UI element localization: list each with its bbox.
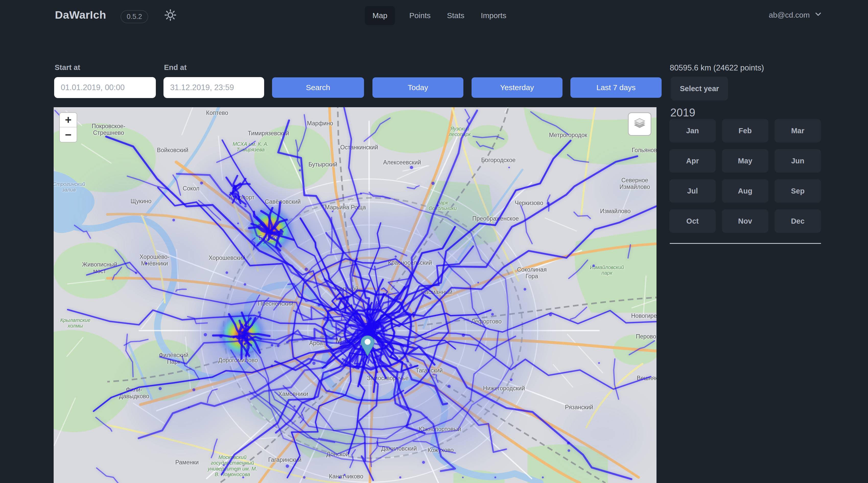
map-label: Хорошевский xyxy=(209,255,246,261)
map-label: Кожухово xyxy=(428,447,454,454)
map-canvas[interactable]: Коптево Покровское-Стрешнево Тимирязевск… xyxy=(54,107,656,483)
map-label: Лефортово xyxy=(471,318,502,325)
current-position-marker[interactable] xyxy=(360,335,375,356)
map-label: Щукино xyxy=(130,198,152,205)
map-zoom-control: + − xyxy=(59,112,77,142)
map-label: Хамовники xyxy=(278,391,308,397)
map-label: Вешняки xyxy=(637,375,656,382)
month-button-apr[interactable]: Apr xyxy=(669,149,716,172)
start-date-input[interactable] xyxy=(54,77,156,98)
map-label: Филёвский Парк xyxy=(156,352,192,365)
month-button-sep[interactable]: Sep xyxy=(775,179,821,203)
month-button-feb[interactable]: Feb xyxy=(722,119,768,142)
map-label: Раменки xyxy=(175,459,199,466)
map-label: Гагаринский xyxy=(268,457,302,463)
map-label: парк Сокольники xyxy=(424,200,462,212)
zoom-out-button[interactable]: − xyxy=(60,127,76,142)
distance-stats: 80595.6 km (24622 points) xyxy=(670,63,764,72)
map-label: Нижегородский xyxy=(483,385,525,392)
map-label: Измайловский парк xyxy=(587,264,627,276)
theme-toggle-button[interactable] xyxy=(162,8,178,24)
map-label: Арбат xyxy=(309,340,326,347)
map-label: Таганский xyxy=(415,367,443,374)
map-label: Богородское xyxy=(481,157,516,164)
map-label: Крылатские холмы xyxy=(56,317,94,329)
tab-map[interactable]: Map xyxy=(365,6,395,25)
select-year-button[interactable]: Select year xyxy=(671,76,728,101)
map-label: Марфино xyxy=(307,120,333,127)
map-label: Московский государственный университет и… xyxy=(206,454,259,477)
sidebar-divider xyxy=(670,243,821,244)
dawarich-app: DaWarIch 0.5.2 Map Points Stats Imports … xyxy=(0,0,868,483)
map-label: МСХА им. К. А. Тимирязева xyxy=(224,141,277,153)
end-at-label: End at xyxy=(164,63,187,72)
map-label: Покровское-Стрешнево xyxy=(86,123,131,136)
month-button-dec[interactable]: Dec xyxy=(775,210,821,233)
map-label: Новогиреево xyxy=(631,313,656,319)
app-logo[interactable]: DaWarIch xyxy=(55,9,106,21)
map-label: Замоскворечье xyxy=(367,375,408,382)
version-badge: 0.5.2 xyxy=(121,10,148,23)
map-label: Тимирязевский xyxy=(248,130,289,137)
tab-imports[interactable]: Imports xyxy=(479,6,508,25)
month-button-nov[interactable]: Nov xyxy=(722,210,768,233)
map-label: Живописный мост xyxy=(79,261,120,275)
map-place-labels: Коптево Покровское-Стрешнево Тимирязевск… xyxy=(54,107,656,483)
map-label: Северное Измайлово xyxy=(613,177,656,190)
map-label: Сокол xyxy=(183,185,199,192)
layers-control-button[interactable] xyxy=(628,112,651,136)
map-label: Строгинский залив xyxy=(54,181,86,193)
user-email: ab@cd.com xyxy=(769,11,810,20)
map-label: Останкинский xyxy=(340,144,378,151)
map-label: Измайлово xyxy=(600,208,631,215)
year-heading: 2019 xyxy=(670,106,695,119)
map-label: Метрогородок xyxy=(549,132,587,139)
navbar: DaWarIch 0.5.2 Map Points Stats Imports … xyxy=(0,0,868,31)
layers-icon xyxy=(632,117,647,132)
map-label: Фили-Давыдково xyxy=(114,387,155,400)
zoom-in-button[interactable]: + xyxy=(60,113,76,127)
map-label: Коптево xyxy=(206,110,228,117)
month-button-mar[interactable]: Mar xyxy=(775,119,821,142)
month-grid: Jan Feb Mar Apr May Jun Jul Aug Sep Oct … xyxy=(669,119,821,233)
map-label: Соколиная Гора xyxy=(513,266,551,280)
map-label: Яузский лесопарк xyxy=(441,126,479,137)
map-label: Дорогомилово xyxy=(218,357,258,364)
month-button-jun[interactable]: Jun xyxy=(775,149,821,172)
map-label: Тверской xyxy=(333,286,359,292)
month-button-jan[interactable]: Jan xyxy=(669,119,716,142)
month-button-may[interactable]: May xyxy=(722,149,768,172)
map-label: Канатчиково xyxy=(329,473,363,480)
map-label: Южнопортовый xyxy=(419,426,461,433)
yesterday-button[interactable]: Yesterday xyxy=(471,77,562,98)
map-label: Бутырский xyxy=(308,161,337,168)
map-label: Пресненский xyxy=(258,300,293,307)
month-button-oct[interactable]: Oct xyxy=(669,210,716,233)
end-date-input[interactable] xyxy=(163,77,264,98)
map-label: Басманный xyxy=(421,289,453,296)
month-button-aug[interactable]: Aug xyxy=(722,179,768,203)
map-label: Даниловский xyxy=(381,446,417,452)
today-button[interactable]: Today xyxy=(372,77,463,98)
main-nav-tabs: Map Points Stats Imports xyxy=(365,5,508,27)
map-label: Красносельский xyxy=(388,260,432,266)
map-label: Марьина Роща xyxy=(325,204,366,211)
map-label: Беговой xyxy=(258,235,280,241)
search-button[interactable]: Search xyxy=(272,77,364,98)
tab-stats[interactable]: Stats xyxy=(445,6,466,25)
map-label: Преображенское xyxy=(472,216,519,222)
sun-icon xyxy=(164,8,177,23)
map-label: Алексеевский xyxy=(383,159,421,166)
map-label: Савёловский xyxy=(265,199,301,205)
month-button-jul[interactable]: Jul xyxy=(669,179,716,203)
map-label: Хорошёво-Мнёвники xyxy=(130,254,179,267)
tab-points[interactable]: Points xyxy=(407,6,432,25)
user-menu[interactable]: ab@cd.com xyxy=(769,10,822,20)
last-7-days-button[interactable]: Last 7 days xyxy=(570,77,661,98)
map-label: Войковский xyxy=(157,147,188,154)
map-label: Рязанский xyxy=(565,404,593,411)
map-label: Гольяново xyxy=(632,147,656,154)
start-at-label: Start at xyxy=(55,63,80,72)
map-label: Донской xyxy=(327,451,349,458)
chevron-down-icon xyxy=(814,10,822,20)
